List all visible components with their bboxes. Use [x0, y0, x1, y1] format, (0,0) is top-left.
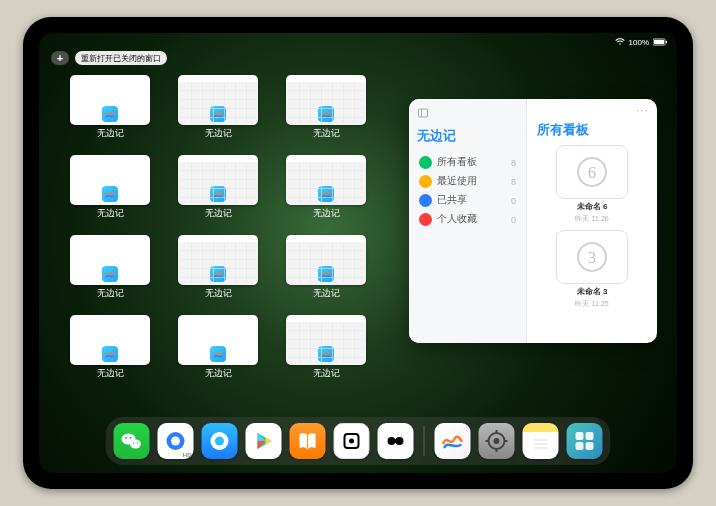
category-label: 已共享: [437, 194, 467, 207]
board-list-title: 所有看板: [537, 121, 589, 139]
window-label: 无边记: [97, 127, 124, 140]
freeform-icon[interactable]: [435, 423, 471, 459]
svg-rect-38: [576, 432, 584, 440]
wifi-icon: [615, 38, 625, 46]
app-window-card[interactable]: 无边记: [175, 315, 261, 385]
freeform-app-icon: [102, 106, 118, 122]
category-count: 8: [511, 177, 516, 187]
board-item[interactable]: 3未命名 3昨天 11:25: [537, 230, 647, 309]
app-window-card[interactable]: 无边记: [283, 235, 369, 305]
freeform-app-window[interactable]: 无边记 所有看板8最近使用8已共享0个人收藏0 ··· 所有看板 6未命名 6昨…: [409, 99, 657, 343]
qq-hd-icon[interactable]: [158, 423, 194, 459]
category-icon: [419, 156, 432, 169]
board-thumbnail: 3: [556, 230, 628, 284]
svg-text:6: 6: [588, 164, 596, 181]
sidebar-header-icon: [417, 107, 518, 119]
add-window-button[interactable]: +: [51, 51, 69, 65]
window-label: 无边记: [313, 367, 340, 380]
svg-point-14: [137, 442, 139, 444]
dock-separator: [424, 426, 425, 456]
freeform-app-icon: [210, 186, 226, 202]
sidebar-category[interactable]: 个人收藏0: [417, 210, 518, 229]
window-thumbnail: [178, 235, 258, 285]
dock: [106, 417, 611, 465]
window-label: 无边记: [205, 287, 232, 300]
svg-point-25: [349, 439, 354, 444]
play-store-icon[interactable]: [246, 423, 282, 459]
board-name: 未命名 6: [577, 201, 608, 212]
app-library-icon[interactable]: [567, 423, 603, 459]
app-window-card[interactable]: 无边记: [283, 155, 369, 225]
category-icon: [419, 194, 432, 207]
window-label: 无边记: [313, 207, 340, 220]
sidebar-category[interactable]: 所有看板8: [417, 153, 518, 172]
app-window-card[interactable]: 无边记: [175, 235, 261, 305]
reopen-closed-window-button[interactable]: 重新打开已关闭的窗口: [75, 51, 167, 65]
app-window-card[interactable]: 无边记: [175, 75, 261, 145]
svg-point-16: [171, 437, 180, 446]
app-window-card[interactable]: 无边记: [67, 315, 153, 385]
books-icon[interactable]: [290, 423, 326, 459]
notes-icon[interactable]: [523, 423, 559, 459]
board-thumbnail: 6: [556, 145, 628, 199]
freeform-app-icon: [102, 186, 118, 202]
window-thumbnail: [286, 155, 366, 205]
window-label: 无边记: [205, 127, 232, 140]
svg-point-11: [125, 437, 127, 439]
category-label: 所有看板: [437, 156, 477, 169]
window-label: 无边记: [97, 207, 124, 220]
window-thumbnail: [286, 75, 366, 125]
ar-icon[interactable]: [334, 423, 370, 459]
lens-icon[interactable]: [378, 423, 414, 459]
app-window-card[interactable]: 无边记: [283, 315, 369, 385]
svg-rect-28: [392, 439, 400, 443]
svg-point-18: [215, 437, 224, 446]
window-thumbnail: [178, 75, 258, 125]
window-thumbnail: [178, 155, 258, 205]
svg-point-30: [494, 438, 500, 444]
svg-rect-40: [576, 442, 584, 450]
app-window-card[interactable]: 无边记: [175, 155, 261, 225]
svg-point-10: [130, 440, 141, 449]
category-count: 0: [511, 215, 516, 225]
svg-rect-41: [586, 442, 594, 450]
app-window-card[interactable]: 无边记: [67, 235, 153, 305]
category-count: 0: [511, 196, 516, 206]
category-label: 最近使用: [437, 175, 477, 188]
freeform-app-icon: [210, 346, 226, 362]
more-button[interactable]: ···: [636, 103, 649, 117]
battery-pct: 100%: [629, 38, 649, 47]
top-controls: + 重新打开已关闭的窗口: [51, 51, 167, 65]
board-list-panel: ··· 所有看板 6未命名 6昨天 11:263未命名 3昨天 11:25: [527, 99, 657, 343]
app-window-card[interactable]: 无边记: [67, 75, 153, 145]
freeform-app-icon: [318, 106, 334, 122]
svg-rect-39: [586, 432, 594, 440]
category-label: 个人收藏: [437, 213, 477, 226]
sidebar-category[interactable]: 已共享0: [417, 191, 518, 210]
sidebar-category[interactable]: 最近使用8: [417, 172, 518, 191]
window-thumbnail: [70, 315, 150, 365]
ipad-frame: 100% + 重新打开已关闭的窗口 无边记无边记无边记无边记无边记无边记无边记无…: [23, 17, 693, 489]
svg-rect-1: [654, 40, 664, 44]
window-label: 无边记: [97, 287, 124, 300]
window-label: 无边记: [205, 207, 232, 220]
board-item[interactable]: 6未命名 6昨天 11:26: [537, 145, 647, 224]
freeform-app-icon: [318, 346, 334, 362]
freeform-app-icon: [210, 266, 226, 282]
svg-marker-22: [266, 437, 272, 445]
freeform-app-icon: [318, 186, 334, 202]
window-thumbnail: [70, 75, 150, 125]
app-window-card[interactable]: 无边记: [67, 155, 153, 225]
board-name: 未命名 3: [577, 286, 608, 297]
window-thumbnail: [70, 155, 150, 205]
window-thumbnail: [178, 315, 258, 365]
board-subtitle: 昨天 11:25: [575, 299, 608, 309]
window-label: 无边记: [205, 367, 232, 380]
freeform-app-icon: [102, 266, 118, 282]
settings-icon[interactable]: [479, 423, 515, 459]
window-thumbnail: [70, 235, 150, 285]
screen: 100% + 重新打开已关闭的窗口 无边记无边记无边记无边记无边记无边记无边记无…: [39, 33, 677, 473]
qq-icon[interactable]: [202, 423, 238, 459]
app-window-card[interactable]: 无边记: [283, 75, 369, 145]
wechat-icon[interactable]: [114, 423, 150, 459]
